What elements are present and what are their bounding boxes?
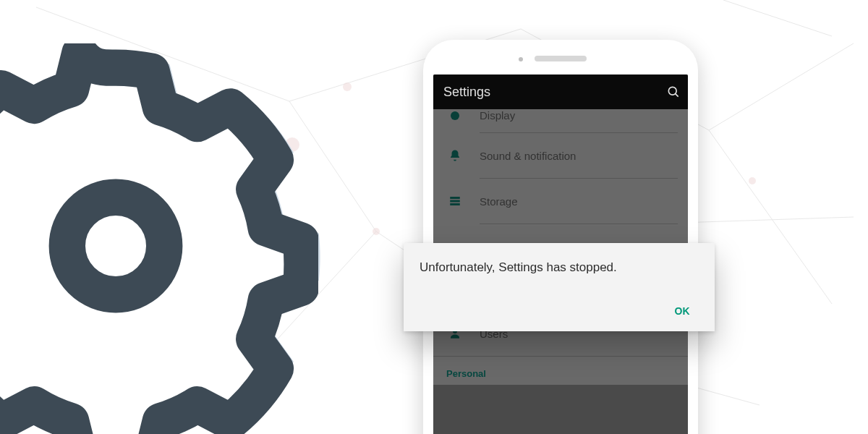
ok-button[interactable]: OK bbox=[665, 299, 699, 323]
search-button[interactable] bbox=[666, 75, 681, 109]
svg-point-16 bbox=[343, 82, 352, 91]
svg-point-17 bbox=[373, 228, 380, 235]
error-dialog: Unfortunately, Settings has stopped. OK bbox=[404, 243, 715, 331]
appbar-title: Settings bbox=[443, 85, 490, 100]
app-bar: Settings bbox=[433, 75, 688, 109]
search-icon bbox=[666, 85, 681, 99]
svg-point-19 bbox=[749, 177, 756, 184]
svg-line-4 bbox=[709, 43, 854, 130]
dialog-actions: OK bbox=[420, 299, 699, 323]
svg-point-21 bbox=[668, 87, 676, 95]
svg-line-13 bbox=[723, 0, 832, 36]
phone-speaker bbox=[535, 56, 587, 61]
phone-camera-dot bbox=[519, 57, 523, 61]
phone-frame: Settings Display Sound & noti bbox=[423, 40, 698, 434]
dialog-message: Unfortunately, Settings has stopped. bbox=[420, 260, 699, 275]
svg-line-5 bbox=[709, 130, 832, 304]
gear-graphic bbox=[0, 43, 318, 434]
svg-line-22 bbox=[676, 94, 678, 97]
